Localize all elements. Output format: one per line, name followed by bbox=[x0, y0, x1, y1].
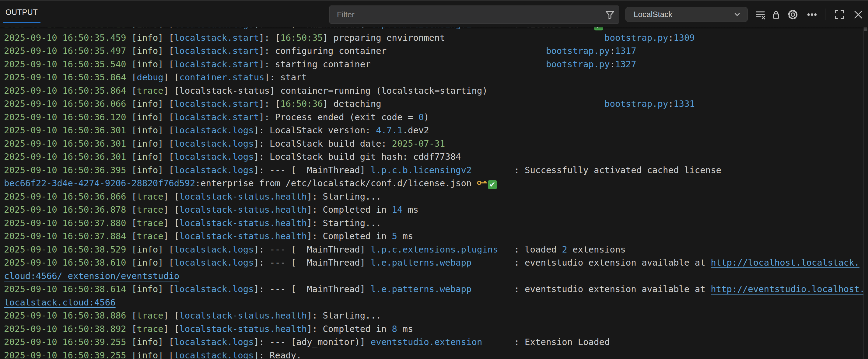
number-value: 8 bbox=[392, 324, 397, 334]
log-text: [ bbox=[131, 231, 137, 241]
log-text: ] [ bbox=[163, 218, 179, 228]
log-level-info: [info] bbox=[131, 125, 163, 135]
timestamp: 2025-09-10 16:50:36.120 bbox=[4, 112, 131, 122]
timestamp: 2025-09-10 16:50:36.878 bbox=[4, 204, 131, 215]
maximize-panel-button[interactable] bbox=[833, 8, 846, 21]
filter-input[interactable] bbox=[330, 10, 601, 20]
logger-name: bootstrap.py bbox=[604, 33, 668, 43]
logger-name: localstack-status.health bbox=[179, 218, 307, 228]
timestamp: 2025-09-10 16:50:38.886 bbox=[4, 310, 131, 321]
log-text: ]: Starting... bbox=[307, 310, 381, 321]
log-text: ] [ bbox=[163, 72, 179, 83]
log-text: [ bbox=[163, 112, 174, 122]
logger-name: localstack.logs bbox=[174, 337, 254, 347]
log-row: localstack.cloud:4566 bbox=[4, 296, 864, 309]
log-text: [ bbox=[163, 152, 174, 162]
log-text: ]: Process ended (exit code = bbox=[259, 112, 418, 122]
log-text bbox=[371, 59, 546, 69]
number-value: 2 bbox=[562, 244, 567, 255]
log-text: ]: LocalStack build date: bbox=[254, 138, 392, 149]
log-link[interactable]: http://eventstudio.localhost. bbox=[711, 284, 864, 294]
log-text: ]: LocalStack build git hash: cddf77384 bbox=[254, 152, 461, 162]
timestamp: 2025-09-10 16:50:35.418 bbox=[4, 27, 131, 30]
funnel-icon bbox=[605, 9, 615, 20]
lock-icon bbox=[771, 9, 781, 20]
log-level-info: [info] bbox=[131, 284, 163, 294]
log-text: ]: --- [ady_monitor)] bbox=[254, 337, 371, 347]
log-text: ]: --- [ MainThread] bbox=[254, 244, 371, 255]
filter-options-button[interactable] bbox=[601, 6, 619, 23]
log-text: ]: Completed in bbox=[307, 204, 392, 215]
number-value: 5 bbox=[392, 231, 397, 241]
log-text: : loaded bbox=[498, 244, 562, 255]
logger-name: l.p.c.b.licensingv2 bbox=[371, 27, 472, 30]
log-text: [ bbox=[163, 284, 174, 294]
log-level-info: [info] bbox=[131, 350, 163, 359]
log-level-trace: trace bbox=[137, 310, 163, 321]
filter-box bbox=[329, 5, 619, 24]
log-text: [ bbox=[131, 72, 137, 83]
check-emoji-icon: ✔ bbox=[488, 180, 497, 189]
log-row-clipped: 2025-09-10 16:50:35.418 [info] [localsta… bbox=[4, 27, 864, 31]
toolbar-separator bbox=[825, 8, 826, 20]
log-link[interactable]: http://localhost.localstack. bbox=[711, 257, 860, 268]
logger-name: localstack.logs bbox=[174, 125, 254, 135]
logger-name: l.e.patterns.webapp bbox=[371, 284, 472, 294]
log-link[interactable]: localstack.cloud:4566 bbox=[4, 297, 116, 307]
number-value: 4.7.1 bbox=[376, 125, 402, 135]
log-link[interactable]: cloud:4566/_extension/eventstudio bbox=[4, 271, 179, 281]
log-text: [ bbox=[131, 86, 137, 96]
timestamp: 2025-09-10 16:50:37.884 bbox=[4, 231, 131, 241]
log-text: [ bbox=[163, 244, 174, 255]
log-level-info: [info] bbox=[131, 112, 163, 122]
output-settings-button[interactable] bbox=[786, 8, 800, 21]
tab-output[interactable]: OUTPUT bbox=[5, 8, 38, 17]
log-text: [ bbox=[163, 46, 174, 56]
log-text: ]: Ready. bbox=[254, 350, 302, 359]
logger-name: localstack.logs bbox=[174, 284, 254, 294]
number-value: 0 bbox=[418, 112, 424, 122]
scrollbar-thumb[interactable] bbox=[864, 27, 867, 31]
log-text: [ bbox=[163, 33, 174, 43]
log-text: ]: Completed in bbox=[307, 231, 392, 241]
log-text: : bbox=[668, 33, 674, 43]
more-actions-button[interactable] bbox=[805, 8, 819, 21]
chevron-down-icon bbox=[732, 10, 742, 20]
logger-name: localstack.logs bbox=[174, 27, 254, 30]
log-text: ]: Starting... bbox=[307, 218, 381, 228]
log-row: 2025-09-10 16:50:39.255 [info] [localsta… bbox=[4, 335, 864, 349]
timestamp: 2025-09-10 16:50:36.301 bbox=[4, 152, 131, 162]
timestamp: 2025-09-10 16:50:37.880 bbox=[4, 218, 131, 228]
log-text: ] [ bbox=[163, 231, 179, 241]
clear-output-icon bbox=[755, 9, 766, 20]
logger-name: localstack.start bbox=[174, 59, 259, 69]
timestamp: 2025-09-10 16:50:38.892 bbox=[4, 324, 131, 334]
log-row: 2025-09-10 16:50:35.864 [trace] [localst… bbox=[4, 84, 864, 98]
log-level-info: [info] bbox=[131, 244, 163, 255]
logger-name: bec66f22-3d4e-4274-9206-28820f76d592 bbox=[4, 178, 195, 188]
auto-scroll-lock-button[interactable] bbox=[769, 8, 783, 21]
log-text: [ bbox=[163, 350, 174, 359]
logger-name: localstack.logs bbox=[174, 152, 254, 162]
clear-output-button[interactable] bbox=[753, 8, 767, 21]
close-panel-button[interactable] bbox=[851, 8, 865, 21]
log[interactable]: 2025-09-10 16:50:35.418 [info] [localsta… bbox=[0, 27, 864, 359]
log-row: 2025-09-10 16:50:38.614 [info] [localsta… bbox=[4, 283, 864, 296]
scrollbar[interactable] bbox=[863, 27, 868, 359]
log-text: : bbox=[610, 46, 615, 56]
log-text: : Extension Loaded bbox=[482, 337, 610, 347]
log-text bbox=[445, 33, 604, 43]
logger-name: localstack.start bbox=[174, 99, 259, 109]
log-level-info: [info] bbox=[131, 337, 163, 347]
output-channel-select[interactable]: LocalStack bbox=[625, 7, 748, 22]
log-text: ]: Completed in bbox=[307, 324, 392, 334]
check-emoji-icon: ✔ bbox=[594, 27, 603, 30]
logger-name: localstack.logs bbox=[174, 138, 254, 149]
log-text: : eventstudio extension available at bbox=[471, 257, 711, 268]
log-level-info: [info] bbox=[131, 33, 163, 43]
timestamp: 2025-09-10 16:50:36.395 bbox=[4, 165, 131, 175]
timestamp: 2025-09-10 16:50:39.255 bbox=[4, 337, 131, 347]
log-text: ] [ bbox=[163, 324, 179, 334]
log-text: ms bbox=[397, 324, 413, 334]
gear-icon bbox=[787, 9, 799, 21]
